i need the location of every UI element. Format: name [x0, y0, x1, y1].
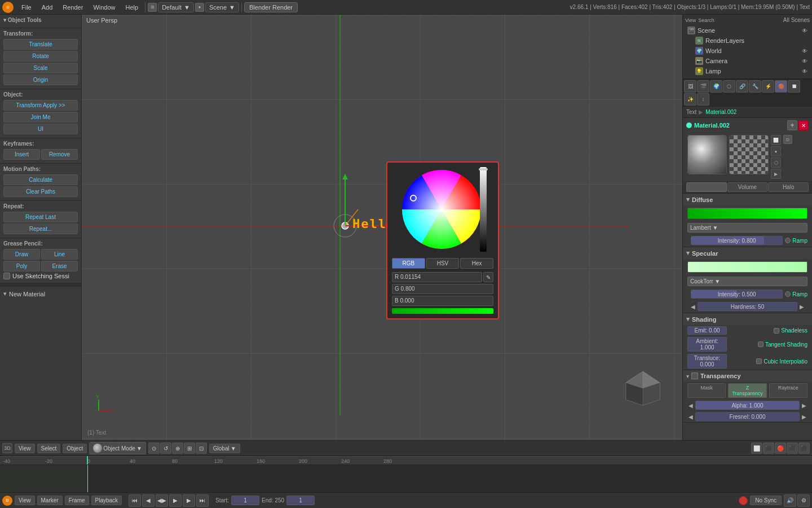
playback-btn[interactable]: Playback — [91, 496, 122, 505]
tab-rgb[interactable]: RGB — [392, 258, 425, 269]
arrow-right-alpha[interactable]: ▶ — [802, 402, 806, 409]
tab-hsv[interactable]: HSV — [426, 258, 460, 269]
eyedropper-btn[interactable]: ✎ — [483, 272, 493, 282]
translate-btn[interactable]: Translate — [3, 39, 78, 50]
arrow-right-fresnel[interactable]: ▶ — [802, 414, 806, 420]
rotate-btn[interactable]: Rotate — [3, 51, 78, 62]
preview-icon-2[interactable]: ● — [771, 146, 781, 156]
marker-btn[interactable]: Marker — [37, 496, 63, 505]
eye-icon-scene[interactable]: 👁 — [802, 28, 807, 34]
breadcrumb-material[interactable]: Material.002 — [705, 109, 736, 115]
menu-render[interactable]: Render — [58, 3, 87, 12]
g-input[interactable]: G 0.800 — [392, 284, 493, 294]
transparency-header[interactable]: ▾ Transparency — [683, 370, 812, 382]
color-wheel-container[interactable] — [399, 167, 487, 255]
view-menu-btn[interactable]: View — [15, 444, 35, 453]
alpha-slider[interactable]: Alpha: 1.000 — [695, 401, 800, 410]
emit-value[interactable]: Emit: 0.00 — [687, 326, 727, 335]
arrow-left-alpha[interactable]: ◀ — [689, 402, 693, 409]
tab-material[interactable]: 🟤 — [775, 80, 787, 93]
erase-btn[interactable]: Erase — [41, 261, 78, 271]
ui-btn[interactable]: UI — [3, 124, 78, 134]
audio-btn-2[interactable]: ⚙ — [797, 494, 810, 507]
step-forward-btn[interactable]: ▶ — [183, 494, 195, 507]
menu-window[interactable]: Window — [89, 3, 120, 12]
diffuse-ramp-checkbox[interactable] — [785, 238, 791, 243]
specular-header[interactable]: ▾ Specular — [683, 247, 812, 259]
timeline-content[interactable] — [0, 465, 812, 492]
z-transparency-btn[interactable]: Z Transparency — [728, 383, 766, 398]
transparency-checkbox[interactable] — [691, 373, 698, 379]
fresnel-slider[interactable]: Fresnel: 0.000 — [695, 412, 800, 421]
insert-btn[interactable]: Insert — [3, 149, 40, 160]
tab-modifiers[interactable]: 🔧 — [749, 80, 761, 93]
scale-btn[interactable]: Scale — [3, 63, 78, 73]
layer-btn-5[interactable]: ⬛ — [798, 443, 810, 454]
object-menu-btn[interactable]: Object — [63, 444, 87, 453]
current-frame-input[interactable]: 1 — [286, 496, 315, 505]
menu-add[interactable]: Add — [37, 3, 58, 12]
arrow-left-hardness[interactable]: ◀ — [691, 304, 695, 310]
select-menu-btn[interactable]: Select — [37, 444, 61, 453]
data-btn[interactable]: D — [783, 135, 792, 144]
audio-btn-1[interactable]: 🔊 — [784, 494, 796, 507]
eye-icon-world[interactable]: 👁 — [802, 48, 807, 54]
raytrace-btn[interactable]: Raytrace — [769, 383, 807, 398]
tab-volume[interactable]: Volume — [727, 182, 768, 192]
specular-color-swatch[interactable] — [687, 261, 807, 273]
jump-end-btn[interactable]: ⏭ — [196, 494, 209, 507]
repeat-last-btn[interactable]: Repeat Last — [3, 212, 78, 222]
diffuse-color-swatch[interactable] — [687, 208, 807, 219]
tab-texture[interactable]: 🔲 — [788, 80, 800, 93]
workspace-selector[interactable]: Default ▼ — [158, 2, 194, 12]
pivot-btn-3[interactable]: ⊕ — [172, 443, 183, 454]
pivot-btn-2[interactable]: ↺ — [160, 443, 171, 454]
eye-icon-lamp[interactable]: 👁 — [802, 68, 807, 75]
menu-help[interactable]: Help — [121, 3, 143, 12]
pivot-btn-1[interactable]: ⊙ — [148, 443, 160, 454]
pivot-btn-4[interactable]: ⊞ — [184, 443, 195, 454]
hardness-slider[interactable]: Hardness: 50 — [698, 302, 797, 311]
calculate-btn[interactable]: Calculate — [3, 174, 78, 185]
menu-file[interactable]: File — [17, 3, 36, 12]
step-back-btn[interactable]: ◀ — [142, 494, 155, 507]
viewport[interactable]: User Persp — [82, 15, 682, 440]
cooktorr-selector[interactable]: CookTorr ▼ — [687, 277, 807, 286]
repeat-more-btn[interactable]: Repeat... — [3, 224, 78, 234]
view-btn[interactable]: View — [685, 17, 696, 23]
transform-apply-btn[interactable]: Transform Apply >> — [3, 100, 78, 111]
draw-btn[interactable]: Draw — [3, 249, 40, 260]
scene-selector[interactable]: Scene ▼ — [205, 2, 239, 12]
tab-world[interactable]: 🌍 — [710, 80, 722, 93]
tab-particles[interactable]: ✨ — [684, 93, 696, 106]
remove-btn[interactable]: Remove — [41, 149, 78, 160]
specular-ramp-checkbox[interactable] — [785, 291, 791, 297]
mode-selector[interactable]: Object Mode ▼ — [89, 442, 146, 454]
transluce-value[interactable]: Transluce: 0.000 — [687, 354, 727, 369]
start-frame-input[interactable]: 1 — [231, 496, 259, 505]
pivot-btn-5[interactable]: ⊡ — [196, 443, 207, 454]
r-input[interactable]: R 0.01154 — [392, 272, 482, 282]
preview-icon-4[interactable]: ▶ — [771, 169, 781, 179]
sync-btn[interactable]: No Sync — [750, 496, 782, 505]
clear-paths-btn[interactable]: Clear Paths — [3, 186, 78, 197]
material-plus-btn[interactable]: + — [787, 120, 797, 130]
tab-constraints[interactable]: 🔗 — [736, 80, 748, 93]
tab-scene[interactable]: 🎬 — [697, 80, 709, 93]
ambient-value[interactable]: Ambient: 1.000 — [687, 337, 727, 352]
jump-start-btn[interactable]: ⏮ — [129, 494, 141, 507]
lambert-selector[interactable]: Lambert ▼ — [687, 223, 807, 233]
outliner-lamp[interactable]: 💡 Lamp 👁 — [693, 66, 810, 76]
tab-render[interactable]: 🖼 — [684, 80, 696, 93]
color-wheel-svg[interactable] — [399, 167, 484, 252]
preview-icon-1[interactable]: ⬜ — [771, 135, 781, 145]
material-delete-btn[interactable]: ✕ — [798, 120, 809, 130]
brightness-handle[interactable] — [479, 168, 488, 170]
view-status-btn[interactable]: View — [15, 496, 35, 505]
tab-object[interactable]: ⬡ — [723, 80, 735, 93]
shading-header[interactable]: ▾ Shading — [683, 313, 812, 325]
navigator-widget[interactable] — [620, 366, 665, 412]
use-sketching-checkbox[interactable] — [3, 273, 10, 279]
specular-intensity-slider[interactable]: Intensity: 0.500 — [691, 290, 783, 299]
brightness-slider[interactable] — [480, 167, 487, 252]
